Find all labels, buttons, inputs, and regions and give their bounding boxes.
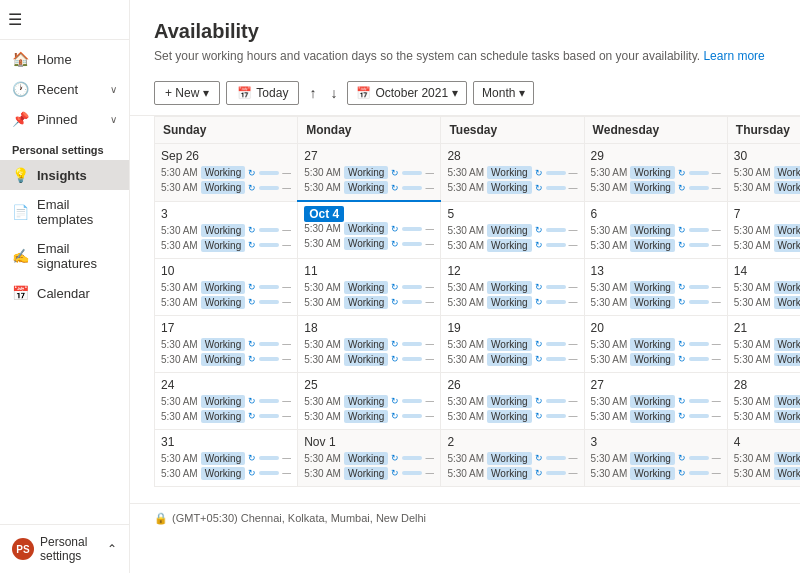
work-entry[interactable]: 5:30 AM Working ↻ — [591,224,721,237]
work-entry[interactable]: 5:30 AM Working ↻ — [447,296,577,309]
work-entry[interactable]: 5:30 AM Working ↻ — [734,467,800,480]
work-entry[interactable]: 5:30 AM Working ↻ — [591,452,721,465]
work-entry[interactable]: 5:30 AM Working ↻ — [591,181,721,194]
work-entry[interactable]: 5:30 AM Working ↻ — [591,338,721,351]
work-entry[interactable]: 5:30 AM Working ↻ — [447,166,577,179]
calendar-day[interactable]: 3 5:30 AM Working ↻ — 5:30 AM Working ↻ … [584,429,727,486]
calendar-day[interactable]: 3 5:30 AM Working ↻ — 5:30 AM Working ↻ … [155,201,298,258]
work-entry[interactable]: 5:30 AM Working ↻ — [304,237,434,250]
sidebar-item-calendar[interactable]: 📅 Calendar [0,278,129,308]
calendar-day[interactable]: 24 5:30 AM Working ↻ — 5:30 AM Working ↻… [155,372,298,429]
calendar-day[interactable]: 5 5:30 AM Working ↻ — 5:30 AM Working ↻ … [441,201,584,258]
calendar-day[interactable]: 28 5:30 AM Working ↻ — 5:30 AM Working ↻… [727,372,800,429]
sidebar-item-home[interactable]: 🏠 Home [0,44,129,74]
work-entry[interactable]: 5:30 AM Working ↻ — [447,239,577,252]
calendar-day[interactable]: 20 5:30 AM Working ↻ — 5:30 AM Working ↻… [584,315,727,372]
work-entry[interactable]: 5:30 AM Working ↻ — [591,395,721,408]
calendar-day[interactable]: 14 5:30 AM Working ↻ — 5:30 AM Working ↻… [727,258,800,315]
calendar-day[interactable]: 18 5:30 AM Working ↻ — 5:30 AM Working ↻… [298,315,441,372]
work-entry[interactable]: 5:30 AM Working ↻ — [161,338,291,351]
calendar-day[interactable]: 7 5:30 AM Working ↻ — 5:30 AM Working ↻ … [727,201,800,258]
work-entry[interactable]: 5:30 AM Working ↻ — [734,239,800,252]
today-button[interactable]: 📅 Today [226,81,299,105]
work-entry[interactable]: 5:30 AM Working ↻ — [591,166,721,179]
work-entry[interactable]: 5:30 AM Working ↻ — [304,166,434,179]
work-entry[interactable]: 5:30 AM Working ↻ — [161,467,291,480]
work-entry[interactable]: 5:30 AM Working ↻ — [447,281,577,294]
calendar-day[interactable]: 27 5:30 AM Working ↻ — 5:30 AM Working ↻… [584,372,727,429]
work-entry[interactable]: 5:30 AM Working ↻ — [161,452,291,465]
work-entry[interactable]: 5:30 AM Working ↻ — [591,281,721,294]
next-month-button[interactable]: ↓ [326,81,341,105]
hamburger-icon[interactable]: ☰ [8,11,22,28]
calendar-day[interactable]: 27 5:30 AM Working ↻ — 5:30 AM Working ↻… [298,144,441,202]
work-entry[interactable]: 5:30 AM Working ↻ — [161,224,291,237]
work-entry[interactable]: 5:30 AM Working ↻ — [161,181,291,194]
work-entry[interactable]: 5:30 AM Working ↻ — [734,395,800,408]
work-entry[interactable]: 5:30 AM Working ↻ — [161,410,291,423]
work-entry[interactable]: 5:30 AM Working ↻ — [447,395,577,408]
work-entry[interactable]: 5:30 AM Working ↻ — [591,410,721,423]
work-entry[interactable]: 5:30 AM Working ↻ — [304,338,434,351]
work-entry[interactable]: 5:30 AM Working ↻ — [734,281,800,294]
work-entry[interactable]: 5:30 AM Working ↻ — [161,281,291,294]
calendar-day[interactable]: 19 5:30 AM Working ↻ — 5:30 AM Working ↻… [441,315,584,372]
work-entry[interactable]: 5:30 AM Working ↻ — [304,395,434,408]
calendar-day[interactable]: 12 5:30 AM Working ↻ — 5:30 AM Working ↻… [441,258,584,315]
calendar-day[interactable]: 31 5:30 AM Working ↻ — 5:30 AM Working ↻… [155,429,298,486]
work-entry[interactable]: 5:30 AM Working ↻ — [304,452,434,465]
sidebar-item-insights[interactable]: 💡 Insights [0,160,129,190]
work-entry[interactable]: 5:30 AM Working ↻ — [447,452,577,465]
work-entry[interactable]: 5:30 AM Working ↻ — [447,410,577,423]
calendar-day[interactable]: 26 5:30 AM Working ↻ — 5:30 AM Working ↻… [441,372,584,429]
prev-month-button[interactable]: ↑ [305,81,320,105]
work-entry[interactable]: 5:30 AM Working ↻ — [161,353,291,366]
calendar-day[interactable]: Sep 26 5:30 AM Working ↻ — 5:30 AM Worki… [155,144,298,202]
work-entry[interactable]: 5:30 AM Working ↻ — [161,395,291,408]
work-entry[interactable]: 5:30 AM Working ↻ — [161,166,291,179]
calendar-day[interactable]: Oct 4 5:30 AM Working ↻ — 5:30 AM Workin… [298,201,441,258]
month-selector[interactable]: 📅 October 2021 ▾ [347,81,467,105]
calendar-day[interactable]: 28 5:30 AM Working ↻ — 5:30 AM Working ↻… [441,144,584,202]
sidebar-item-email-signatures[interactable]: ✍ Email signatures [0,234,129,278]
calendar-day[interactable]: 25 5:30 AM Working ↻ — 5:30 AM Working ↻… [298,372,441,429]
work-entry[interactable]: 5:30 AM Working ↻ — [734,410,800,423]
calendar-day[interactable]: 17 5:30 AM Working ↻ — 5:30 AM Working ↻… [155,315,298,372]
work-entry[interactable]: 5:30 AM Working ↻ — [734,224,800,237]
calendar-day[interactable]: 13 5:30 AM Working ↻ — 5:30 AM Working ↻… [584,258,727,315]
work-entry[interactable]: 5:30 AM Working ↻ — [591,353,721,366]
new-button[interactable]: + New ▾ [154,81,220,105]
work-entry[interactable]: 5:30 AM Working ↻ — [304,281,434,294]
work-entry[interactable]: 5:30 AM Working ↻ — [734,452,800,465]
work-entry[interactable]: 5:30 AM Working ↻ — [591,239,721,252]
sidebar-footer[interactable]: PS Personal settings ⌃ [0,524,129,573]
calendar-day[interactable]: 29 5:30 AM Working ↻ — 5:30 AM Working ↻… [584,144,727,202]
calendar-day[interactable]: 21 5:30 AM Working ↻ — 5:30 AM Working ↻… [727,315,800,372]
work-entry[interactable]: 5:30 AM Working ↻ — [304,222,434,235]
work-entry[interactable]: 5:30 AM Working ↻ — [447,353,577,366]
view-selector[interactable]: Month ▾ [473,81,534,105]
work-entry[interactable]: 5:30 AM Working ↻ — [304,181,434,194]
work-entry[interactable]: 5:30 AM Working ↻ — [304,296,434,309]
work-entry[interactable]: 5:30 AM Working ↻ — [161,296,291,309]
work-entry[interactable]: 5:30 AM Working ↻ — [591,467,721,480]
work-entry[interactable]: 5:30 AM Working ↻ — [591,296,721,309]
calendar-day[interactable]: Nov 1 5:30 AM Working ↻ — 5:30 AM Workin… [298,429,441,486]
work-entry[interactable]: 5:30 AM Working ↻ — [734,338,800,351]
work-entry[interactable]: 5:30 AM Working ↻ — [447,467,577,480]
calendar-day[interactable]: 4 5:30 AM Working ↻ — 5:30 AM Working ↻ … [727,429,800,486]
work-entry[interactable]: 5:30 AM Working ↻ — [447,224,577,237]
work-entry[interactable]: 5:30 AM Working ↻ — [447,181,577,194]
calendar-day[interactable]: 11 5:30 AM Working ↻ — 5:30 AM Working ↻… [298,258,441,315]
calendar-day[interactable]: 6 5:30 AM Working ↻ — 5:30 AM Working ↻ … [584,201,727,258]
work-entry[interactable]: 5:30 AM Working ↻ — [304,467,434,480]
work-entry[interactable]: 5:30 AM Working ↻ — [304,410,434,423]
sidebar-item-email-templates[interactable]: 📄 Email templates [0,190,129,234]
work-entry[interactable]: 5:30 AM Working ↻ — [161,239,291,252]
work-entry[interactable]: 5:30 AM Working ↻ — [734,181,800,194]
work-entry[interactable]: 5:30 AM Working ↻ — [734,296,800,309]
learn-more-link[interactable]: Learn more [703,49,764,63]
calendar-day[interactable]: 2 5:30 AM Working ↻ — 5:30 AM Working ↻ … [441,429,584,486]
calendar-day[interactable]: 10 5:30 AM Working ↻ — 5:30 AM Working ↻… [155,258,298,315]
sidebar-item-pinned[interactable]: 📌 Pinned ∨ [0,104,129,134]
